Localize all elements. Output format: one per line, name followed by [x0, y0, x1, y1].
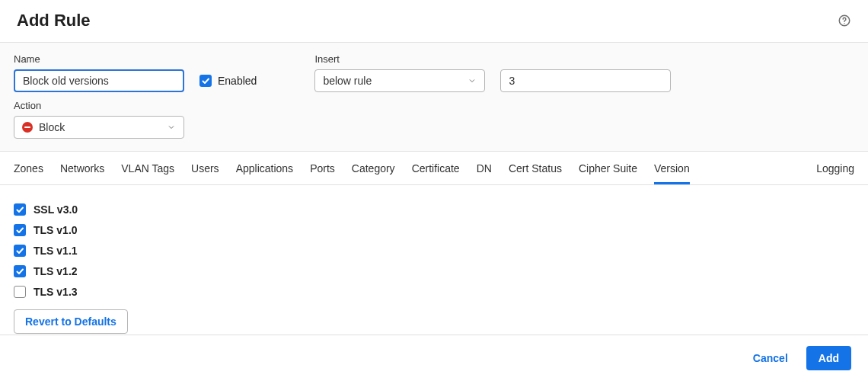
version-row: TLS v1.0 [14, 219, 854, 240]
action-select-value: Block [39, 121, 65, 133]
name-field-group: Name [14, 53, 184, 92]
version-label: TLS v1.1 [34, 245, 78, 257]
version-row: TLS v1.3 [14, 281, 854, 302]
tab-ports[interactable]: Ports [310, 152, 335, 184]
enabled-group[interactable]: Enabled [199, 69, 257, 92]
add-button[interactable]: Add [806, 346, 851, 370]
dialog-title: Add Rule [17, 11, 91, 30]
insert-select-value: below rule [323, 75, 372, 87]
version-label: TLS v1.2 [34, 265, 78, 277]
tab-cert-status[interactable]: Cert Status [509, 152, 562, 184]
version-checkbox[interactable] [14, 265, 26, 277]
form-row-2: Action Block [14, 100, 854, 139]
insert-number-group [500, 53, 671, 92]
version-checkbox[interactable] [14, 224, 26, 236]
tabs-bar: ZonesNetworksVLAN TagsUsersApplicationsP… [0, 152, 868, 185]
tab-category[interactable]: Category [352, 152, 395, 184]
tab-cipher-suite[interactable]: Cipher Suite [579, 152, 637, 184]
tab-vlan-tags[interactable]: VLAN Tags [121, 152, 174, 184]
insert-select[interactable]: below rule [314, 69, 485, 92]
version-label: TLS v1.0 [34, 224, 78, 236]
tab-zones[interactable]: Zones [14, 152, 43, 184]
version-row: TLS v1.2 [14, 261, 854, 281]
version-checkbox[interactable] [14, 286, 26, 298]
chevron-down-icon [468, 76, 477, 85]
tab-logging[interactable]: Logging [816, 152, 854, 184]
version-label: TLS v1.3 [34, 286, 78, 298]
version-checkbox[interactable] [14, 245, 26, 257]
tab-applications[interactable]: Applications [236, 152, 294, 184]
action-field-group: Action Block [14, 100, 184, 139]
insert-number-input[interactable] [500, 69, 671, 92]
version-tab-body: SSL v3.0TLS v1.0TLS v1.1TLS v1.2TLS v1.3… [0, 185, 868, 335]
revert-to-defaults-button[interactable]: Revert to Defaults [14, 309, 128, 334]
version-row: TLS v1.1 [14, 240, 854, 261]
name-label: Name [14, 53, 184, 65]
form-row-1: Name Enabled Insert below rule [14, 53, 854, 92]
help-icon[interactable] [838, 14, 851, 27]
chevron-down-icon [167, 123, 176, 132]
version-label: SSL v3.0 [34, 203, 78, 216]
dialog-footer: Cancel Add [0, 335, 868, 381]
dialog-header: Add Rule [0, 0, 868, 42]
version-checkbox[interactable] [14, 203, 26, 216]
insert-label: Insert [314, 53, 485, 65]
tab-networks[interactable]: Networks [60, 152, 104, 184]
name-input[interactable] [14, 69, 184, 92]
action-label: Action [14, 100, 184, 111]
tab-dn[interactable]: DN [477, 152, 492, 184]
insert-field-group: Insert below rule [314, 53, 485, 92]
action-select[interactable]: Block [14, 116, 184, 139]
tab-certificate[interactable]: Certificate [412, 152, 460, 184]
add-rule-dialog: Add Rule Name Enabled Insert [0, 0, 868, 381]
enabled-checkbox[interactable] [199, 75, 212, 87]
tab-version[interactable]: Version [654, 152, 690, 184]
form-area: Name Enabled Insert below rule [0, 42, 868, 152]
enabled-label: Enabled [218, 75, 257, 87]
insert-number-spacer [500, 53, 671, 65]
svg-point-1 [844, 23, 844, 24]
cancel-button[interactable]: Cancel [748, 351, 793, 365]
tab-users[interactable]: Users [191, 152, 219, 184]
version-row: SSL v3.0 [14, 199, 854, 219]
block-icon [22, 122, 33, 133]
